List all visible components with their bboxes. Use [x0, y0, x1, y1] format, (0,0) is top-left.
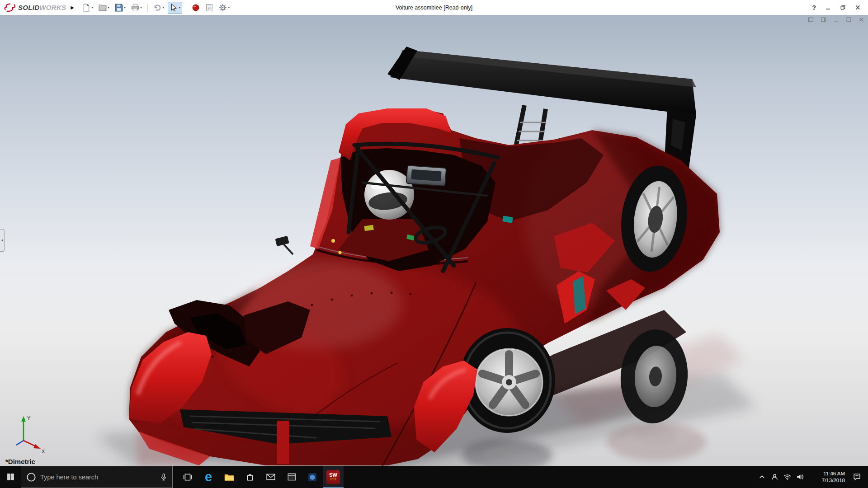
- restore-button[interactable]: [840, 5, 846, 10]
- windows-logo-icon: [7, 473, 14, 481]
- speaker-icon: [796, 474, 804, 480]
- menu-flyout-arrow-icon[interactable]: ▶: [71, 5, 74, 10]
- gear-icon: [219, 4, 227, 12]
- clock-date: 7/13/2018: [822, 477, 845, 484]
- print-button[interactable]: ▾: [129, 2, 144, 14]
- start-button[interactable]: [0, 466, 21, 488]
- app-title-bar: SOLIDWORKS ▶ ▾ ▾ ▾ ▾ ▾: [0, 0, 868, 15]
- task-view-icon: [183, 474, 192, 481]
- graphics-area[interactable]: Y X *Dimetric: [0, 15, 868, 466]
- windows-taskbar: e SW 2017: [0, 466, 868, 488]
- z-axis-arrow: [16, 441, 24, 445]
- undo-button[interactable]: ▾: [151, 2, 166, 14]
- open-document-button[interactable]: ▾: [97, 2, 111, 14]
- print-icon: [131, 4, 139, 12]
- 3d-scene[interactable]: [0, 15, 868, 466]
- close-icon: [855, 5, 861, 10]
- volume-tray-icon[interactable]: [793, 466, 806, 488]
- search-input[interactable]: [39, 473, 157, 481]
- terminal-app-icon[interactable]: [281, 466, 302, 488]
- dropdown-caret-icon[interactable]: ▾: [124, 6, 126, 9]
- clock-time: 11:46 AM: [823, 470, 845, 477]
- x-axis-label: X: [42, 449, 45, 454]
- show-desktop-strip[interactable]: [865, 466, 868, 488]
- shopping-bag-icon: [246, 473, 254, 481]
- car-model[interactable]: [129, 47, 720, 466]
- x-axis-arrow: [33, 444, 41, 449]
- feature-panel-collapse-tab[interactable]: [0, 229, 5, 252]
- sheet-properties-button[interactable]: [203, 2, 215, 14]
- y-axis-arrow: [21, 416, 26, 422]
- solidworks-taskbar-icon[interactable]: SW 2017: [323, 466, 344, 488]
- dock-left-icon[interactable]: [808, 17, 814, 23]
- dropdown-caret-icon[interactable]: ▾: [91, 6, 93, 9]
- task-view-button[interactable]: [177, 466, 198, 488]
- cortana-icon: [26, 472, 37, 483]
- dropdown-caret-icon[interactable]: ▾: [140, 6, 142, 9]
- y-axis-label: Y: [27, 415, 31, 421]
- open-folder-icon: [99, 4, 107, 12]
- taskbar-clock[interactable]: 11:46 AM 7/13/2018: [806, 466, 849, 488]
- save-icon: [115, 4, 123, 12]
- taskbar-search[interactable]: [21, 466, 173, 488]
- collapse-arrow-icon: [1, 239, 4, 242]
- appearance-button[interactable]: [190, 2, 202, 14]
- dropdown-caret-icon[interactable]: ▾: [162, 6, 164, 9]
- cube-app-icon: [308, 473, 317, 482]
- appearance-ball-icon: [192, 4, 200, 12]
- sheet-lines-icon: [205, 4, 213, 12]
- dock-right-icon[interactable]: [821, 17, 826, 23]
- minimize-icon: [825, 5, 831, 10]
- envelope-icon: [266, 474, 275, 480]
- new-document-icon: [82, 4, 90, 12]
- edge-browser-icon[interactable]: e: [198, 466, 219, 488]
- taskbar-spacer: [344, 466, 755, 488]
- people-tray-icon[interactable]: [768, 466, 781, 488]
- brand-works: WORKS: [39, 4, 66, 11]
- chevron-up-icon: [759, 475, 765, 479]
- doc-minimize-icon[interactable]: [833, 17, 839, 23]
- close-button[interactable]: [855, 5, 861, 10]
- select-tool-button[interactable]: ▾: [168, 2, 182, 14]
- store-icon[interactable]: [240, 466, 260, 488]
- blue-cube-app-icon[interactable]: [302, 466, 323, 488]
- action-center-icon: [853, 473, 861, 481]
- ds-logo-mark: [4, 3, 16, 13]
- wifi-icon: [783, 474, 791, 480]
- toolbar-separator: [147, 3, 148, 12]
- document-window-controls: [808, 17, 864, 23]
- help-button[interactable]: ?: [812, 4, 816, 11]
- person-icon: [771, 474, 778, 480]
- toolbar-separator: [186, 3, 186, 12]
- doc-maximize-icon[interactable]: [846, 17, 852, 23]
- minimize-button[interactable]: [825, 5, 831, 10]
- undo-icon: [153, 4, 161, 12]
- folder-icon: [224, 473, 234, 481]
- orientation-triad[interactable]: Y X: [7, 413, 49, 454]
- select-cursor-icon: [170, 4, 178, 12]
- network-tray-icon[interactable]: [781, 466, 793, 488]
- hidden-icons-chevron[interactable]: [755, 466, 768, 488]
- dropdown-caret-icon[interactable]: ▾: [108, 6, 109, 9]
- solidworks-app-badge: SW 2017: [326, 470, 340, 484]
- options-button[interactable]: ▾: [217, 2, 231, 14]
- brand-solid: SOLID: [18, 4, 39, 11]
- mail-icon[interactable]: [260, 466, 281, 488]
- file-explorer-icon[interactable]: [219, 466, 240, 488]
- new-document-button[interactable]: ▾: [80, 2, 95, 14]
- action-center-button[interactable]: [849, 466, 865, 488]
- dropdown-caret-icon[interactable]: ▾: [179, 6, 180, 9]
- restore-icon: [840, 5, 846, 10]
- view-orientation-label: *Dimetric: [5, 458, 35, 465]
- window-app-icon: [288, 473, 296, 481]
- microphone-icon[interactable]: [160, 473, 168, 481]
- solidworks-logo: SOLIDWORKS: [4, 3, 66, 13]
- doc-close-icon[interactable]: [859, 17, 864, 23]
- save-button[interactable]: ▾: [113, 2, 127, 14]
- dropdown-caret-icon[interactable]: ▾: [228, 6, 230, 9]
